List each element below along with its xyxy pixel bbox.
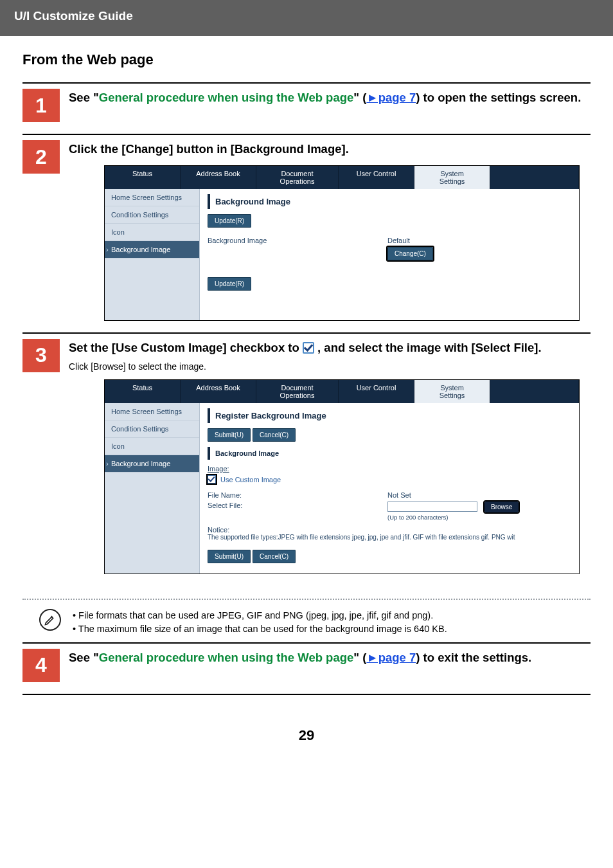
page-content: From the Web page 1 See "General procedu…	[0, 51, 613, 770]
tab-status[interactable]: Status	[105, 166, 181, 189]
text: ) to exit the settings.	[416, 651, 531, 664]
text: , and select the image with [Select File…	[314, 341, 542, 354]
screenshot-bg-image-page: Status Address Book Document Operations …	[104, 165, 580, 321]
nav-background-image[interactable]: Background Image	[105, 241, 199, 258]
page-number: 29	[22, 727, 591, 744]
note-block: • File formats that can be used are JPEG…	[22, 609, 591, 636]
nav-icon[interactable]: Icon	[105, 224, 199, 241]
tab-system-settings[interactable]: System Settings	[414, 380, 490, 403]
browse-button[interactable]: Browse	[484, 502, 519, 512]
step-2: 2 Click the [Change] button in [Backgrou…	[22, 134, 591, 332]
step-4-heading: See "General procedure when using the We…	[69, 650, 591, 666]
nav-condition-settings[interactable]: Condition Settings	[105, 206, 199, 224]
select-file-label: Select File:	[208, 502, 387, 521]
step-number: 3	[22, 339, 60, 372]
link-page-7[interactable]: ►page 7	[366, 91, 416, 104]
dotted-separator	[22, 599, 591, 600]
tab-user-control[interactable]: User Control	[339, 380, 414, 403]
tab-document-operations[interactable]: Document Operations	[256, 166, 339, 189]
step-1-heading: See "General procedure when using the We…	[69, 90, 591, 106]
link-procedure[interactable]: General procedure when using the Web pag…	[99, 651, 353, 664]
doc-title: U/I Customize Guide	[14, 9, 133, 23]
step-4: 4 See "General procedure when using the …	[22, 642, 591, 695]
nav-icon[interactable]: Icon	[105, 438, 199, 455]
notice-text: The supported file types:JPEG with file …	[208, 534, 571, 541]
left-nav: Home Screen Settings Condition Settings …	[105, 403, 200, 574]
section-title: From the Web page	[22, 51, 591, 68]
link-page-7[interactable]: ►page 7	[366, 651, 416, 664]
change-button[interactable]: Change(C)	[387, 247, 433, 260]
screenshot-register-bg-page: Status Address Book Document Operations …	[104, 379, 580, 574]
cancel-button-top[interactable]: Cancel(C)	[253, 428, 296, 442]
tab-bar: Status Address Book Document Operations …	[105, 380, 579, 403]
left-nav: Home Screen Settings Condition Settings …	[105, 189, 200, 320]
image-label: Image:	[208, 465, 571, 473]
tab-address-book[interactable]: Address Book	[181, 380, 256, 403]
step-3-heading: Set the [Use Custom Image] checkbox to ,…	[69, 340, 591, 356]
file-name-label: File Name:	[208, 491, 387, 499]
file-name-value: Not Set	[387, 491, 411, 499]
value-default: Default	[387, 237, 433, 244]
pane-title: Background Image	[208, 194, 571, 209]
text: ) to open the settings screen.	[416, 91, 581, 104]
update-button[interactable]: Update(R)	[208, 214, 251, 228]
step-number: 4	[22, 649, 60, 682]
step-2-heading: Click the [Change] button in [Background…	[69, 141, 591, 158]
tab-user-control[interactable]: User Control	[339, 166, 414, 189]
tab-system-settings[interactable]: System Settings	[414, 166, 490, 189]
step-number: 2	[22, 140, 60, 174]
submit-button-top[interactable]: Submit(U)	[208, 428, 251, 442]
nav-condition-settings[interactable]: Condition Settings	[105, 420, 199, 438]
label-background-image: Background Image	[208, 237, 387, 260]
notice-label: Notice:	[208, 526, 571, 534]
note-line-2: • The maximum file size of an image that…	[73, 622, 447, 636]
text: See "	[69, 91, 99, 104]
step-number: 1	[22, 89, 60, 122]
tab-filler	[490, 166, 579, 189]
pencil-icon	[39, 609, 61, 631]
link-procedure[interactable]: General procedure when using the Web pag…	[99, 91, 353, 104]
select-file-input[interactable]	[387, 502, 477, 512]
tab-status[interactable]: Status	[105, 380, 181, 403]
text: " (	[353, 91, 366, 104]
text: " (	[353, 651, 366, 664]
right-pane: Background Image Update(R) Background Im…	[200, 189, 579, 320]
text: See "	[69, 651, 99, 664]
subsection-title: Background Image	[208, 447, 571, 460]
use-custom-image-checkbox[interactable]	[208, 475, 216, 484]
right-pane: Register Background Image Submit(U) Canc…	[200, 403, 579, 574]
tab-filler	[490, 380, 579, 403]
step-3: 3 Set the [Use Custom Image] checkbox to…	[22, 332, 591, 586]
use-custom-image-label: Use Custom Image	[220, 476, 281, 484]
tab-bar: Status Address Book Document Operations …	[105, 166, 579, 189]
tab-document-operations[interactable]: Document Operations	[256, 380, 339, 403]
tab-address-book[interactable]: Address Book	[181, 166, 256, 189]
cancel-button-bottom[interactable]: Cancel(C)	[253, 550, 296, 563]
note-line-1: • File formats that can be used are JPEG…	[73, 609, 447, 622]
step-1: 1 See "General procedure when using the …	[22, 82, 591, 134]
step-3-subtext: Click [Browse] to select the image.	[69, 361, 591, 372]
submit-button-bottom[interactable]: Submit(U)	[208, 550, 251, 563]
nav-background-image[interactable]: Background Image	[105, 455, 199, 473]
doc-header: U/I Customize Guide	[0, 0, 613, 36]
nav-home-screen-settings[interactable]: Home Screen Settings	[105, 403, 199, 420]
pane-title: Register Background Image	[208, 408, 571, 423]
update-button-bottom[interactable]: Update(R)	[208, 277, 251, 291]
char-limit-note: (Up to 200 characters)	[387, 514, 519, 521]
checkbox-icon	[303, 342, 314, 354]
nav-home-screen-settings[interactable]: Home Screen Settings	[105, 189, 199, 206]
text: Set the [Use Custom Image] checkbox to	[69, 341, 303, 354]
